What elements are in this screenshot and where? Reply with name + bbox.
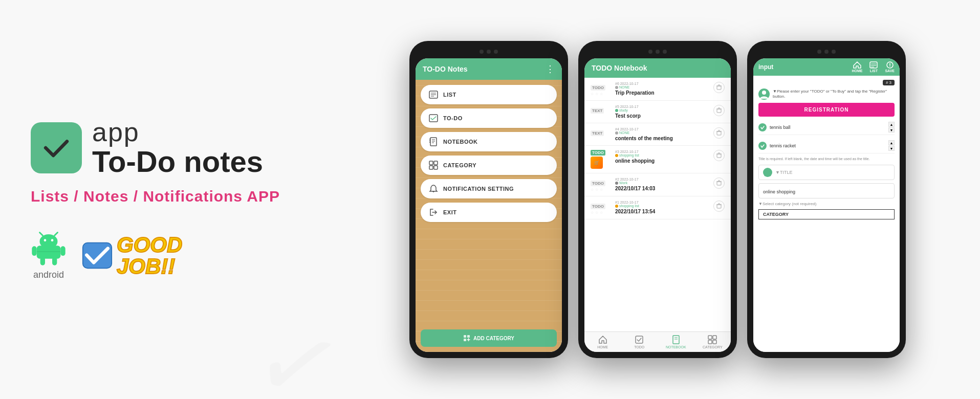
app-logo-icon xyxy=(31,122,82,173)
phone2-tab-notebook[interactable]: NOTEBOOK xyxy=(658,332,694,352)
phone3-input-label: input xyxy=(758,63,773,71)
entry2-type-col: TODO ☆ ☆ ☆ xyxy=(591,178,611,192)
phone2-tab-home[interactable]: HOME xyxy=(584,332,621,352)
svg-rect-43 xyxy=(717,131,721,135)
phone3-nav-save[interactable]: SAVE xyxy=(885,61,895,73)
svg-line-6 xyxy=(55,233,58,236)
entry3-meta: #3 2022-10-17 xyxy=(615,150,709,153)
svg-rect-61 xyxy=(708,340,712,344)
notebook-entry-1: TODO ☆ ☆ ☆ #1 2022-10-17 shopping list xyxy=(584,196,731,219)
add-category-icon xyxy=(463,335,470,342)
phone3-nav-items: HOME LIST xyxy=(852,61,895,73)
menu-item-notebook[interactable]: NOTEBOOK xyxy=(421,132,557,151)
goodjob-label: GOODJOB!! xyxy=(117,234,182,277)
phone3-mockup: input HOME xyxy=(747,41,906,358)
entry1-delete[interactable] xyxy=(713,201,725,212)
svg-rect-59 xyxy=(708,336,712,339)
entry6-title: Trip Preparation xyxy=(615,90,709,96)
entry3-delete[interactable] xyxy=(713,150,725,161)
stepper-down-1[interactable]: ▼ xyxy=(888,127,895,132)
entry6-delete[interactable] xyxy=(713,82,725,93)
title-value-display[interactable]: online shopping xyxy=(758,183,895,198)
todo-tab-icon xyxy=(635,335,644,344)
entry5-title: Test scorp xyxy=(615,113,709,119)
category-select-label: ▼Select category (not required) xyxy=(758,202,895,206)
notification-icon xyxy=(429,184,438,193)
list-icon xyxy=(429,90,438,99)
entry1-title: 2022/10/17 13:54 xyxy=(615,209,709,214)
check-icon-2 xyxy=(758,142,767,150)
entry3-content: #3 2022-10-17 shopping list online shopp… xyxy=(615,150,709,164)
entry5-content: #5 2022-10-17 study Test scorp xyxy=(615,105,709,119)
check-icon-1 xyxy=(758,123,767,131)
svg-rect-28 xyxy=(434,166,438,169)
phone3-home-label: HOME xyxy=(852,69,862,73)
menu-item-notification[interactable]: NOTIFICATION SETTING xyxy=(421,179,557,198)
category-tab-icon xyxy=(708,335,717,344)
svg-rect-10 xyxy=(52,257,57,265)
phone2-tab-todo[interactable]: TODO xyxy=(621,332,658,352)
app-name: To-Do notes xyxy=(92,145,263,178)
todo-stepper-1[interactable]: ▲ ▼ xyxy=(888,122,895,132)
registration-button[interactable]: REGISTRATION xyxy=(758,103,895,117)
phones-area: TO-DO Notes ⋮ LIST xyxy=(335,0,980,399)
phone3-body: # 3 ▼Please enter your "TODO" or "To Buy… xyxy=(753,76,900,352)
phone3-header: input HOME xyxy=(753,58,900,76)
entry4-type-col: TEXT xyxy=(591,127,611,137)
left-section: app To-Do notes Lists / Notes / Notifica… xyxy=(31,0,348,399)
todo-item-text-2: tennis racket xyxy=(770,143,885,148)
phone2-notch-dot1 xyxy=(648,50,652,54)
entry4-category: NONE xyxy=(615,131,709,135)
stepper-down-2[interactable]: ▼ xyxy=(888,146,895,151)
phone1-notch xyxy=(416,47,562,56)
menu-item-category[interactable]: CATEGORY xyxy=(421,156,557,175)
todo-item-tennis-racket: tennis racket ▲ ▼ xyxy=(758,138,895,153)
title-input-area: ▼TITLE xyxy=(758,165,895,180)
menu-item-todo[interactable]: TO-DO xyxy=(421,108,557,128)
stepper-up-1[interactable]: ▲ xyxy=(888,122,895,127)
app-logo-area: app To-Do notes xyxy=(31,119,348,178)
phone3-save-label: SAVE xyxy=(885,69,895,73)
svg-rect-49 xyxy=(717,182,721,185)
title-avatar xyxy=(763,168,772,177)
phone3-notch-dot3 xyxy=(832,50,836,54)
phone1-menu-icon: ⋮ xyxy=(546,63,555,75)
phone3-nav-home[interactable]: HOME xyxy=(852,61,862,73)
entry4-title: contents of the meeting xyxy=(615,136,709,141)
entry4-content: #4 2022-10-17 NONE contents of the meeti… xyxy=(615,127,709,141)
svg-rect-60 xyxy=(713,336,716,339)
svg-rect-7 xyxy=(32,247,36,256)
phone2-screen: TODO Notebook TODO ☆ ☆ ☆ #6 2022-10-17 xyxy=(584,58,731,352)
entry4-type: TEXT xyxy=(591,130,604,136)
menu-item-list[interactable]: LIST xyxy=(421,85,557,104)
menu-exit-label: EXIT xyxy=(443,209,456,215)
entry2-delete[interactable] xyxy=(713,178,725,189)
notebook-entry-5: TEXT #5 2022-10-17 study Test scorp xyxy=(584,101,731,123)
title-placeholder: ▼TITLE xyxy=(775,170,792,175)
todo-stepper-2[interactable]: ▲ ▼ xyxy=(888,140,895,151)
app-label: app xyxy=(92,119,263,145)
phone2-tab-category[interactable]: CATEGORY xyxy=(694,332,731,352)
phone2-notch-dot3 xyxy=(663,50,667,54)
hint-text: Title is required. If left blank, the da… xyxy=(758,157,895,162)
category-select-box[interactable]: CATEGORY xyxy=(758,209,895,219)
svg-rect-9 xyxy=(40,257,45,265)
svg-point-4 xyxy=(51,239,54,242)
entry4-delete[interactable] xyxy=(713,127,725,139)
notebook-icon xyxy=(429,137,438,146)
svg-line-5 xyxy=(40,233,43,236)
entry5-delete[interactable] xyxy=(713,105,725,116)
app-text-area: app To-Do notes xyxy=(92,119,263,178)
stepper-up-2[interactable]: ▲ xyxy=(888,140,895,145)
phone1-header: TO-DO Notes ⋮ xyxy=(416,58,562,80)
phone3-notch-dot1 xyxy=(817,50,821,54)
notebook-entry-2: TODO ☆ ☆ ☆ #2 2022-10-17 Work xyxy=(584,173,731,196)
phone3-nav-list[interactable]: LIST xyxy=(869,61,878,73)
phone1-mockup: TO-DO Notes ⋮ LIST xyxy=(409,41,568,358)
entry6-meta: #6 2022-10-17 xyxy=(615,82,709,85)
entry5-type-col: TEXT xyxy=(591,105,611,114)
menu-item-exit[interactable]: EXIT xyxy=(421,203,557,222)
add-category-label: ADD CATEGORY xyxy=(473,336,514,341)
add-category-button[interactable]: ADD CATEGORY xyxy=(421,329,557,347)
svg-rect-52 xyxy=(717,205,721,208)
